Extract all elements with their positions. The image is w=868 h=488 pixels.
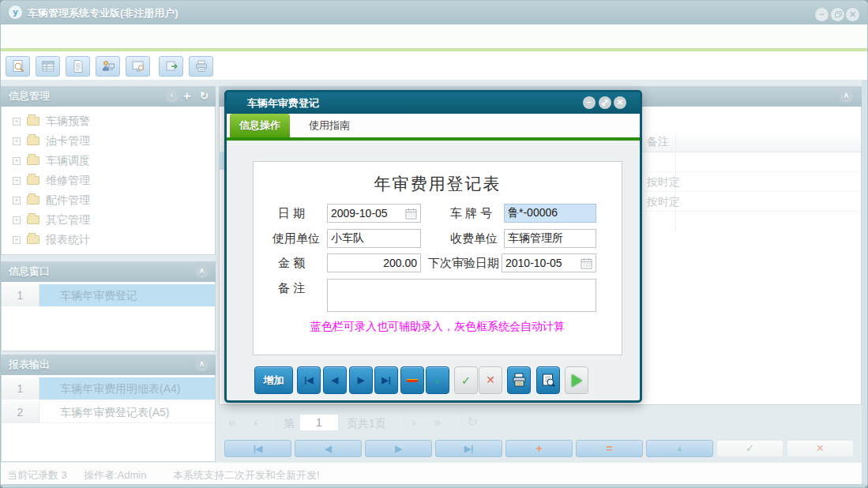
delete-record-button[interactable] xyxy=(400,366,424,394)
run-button[interactable] xyxy=(565,366,588,394)
confirm-button[interactable]: ✓ xyxy=(454,366,478,394)
search-view-button[interactable] xyxy=(6,56,30,77)
tree-label: 车辆预警 xyxy=(46,114,90,129)
document-icon xyxy=(71,59,85,73)
use-unit-input[interactable] xyxy=(327,229,421,248)
tree-item-parts[interactable]: +配件管理 xyxy=(2,190,215,210)
next-page-button[interactable]: › xyxy=(411,415,416,430)
prev-page-button[interactable]: ‹ xyxy=(254,415,258,430)
grid-add-button[interactable]: + xyxy=(505,440,573,457)
next-icon: ▶ xyxy=(358,367,364,393)
check-icon: ✓ xyxy=(746,442,754,454)
export-icon xyxy=(164,59,178,73)
check-icon: ✓ xyxy=(461,374,472,387)
grid-delete-button[interactable]: = xyxy=(576,440,643,457)
edit-record-button[interactable]: ▲ xyxy=(426,366,449,394)
export-button[interactable] xyxy=(159,56,183,77)
window-title: 车辆管理系统专业版(非注册用户) xyxy=(28,6,178,21)
prev-record-button[interactable]: ◀ xyxy=(323,366,347,394)
list-item[interactable]: 1 车辆年审费登记 xyxy=(2,284,215,306)
refresh-icon[interactable]: ↻ xyxy=(200,88,209,104)
amount-input[interactable] xyxy=(327,253,421,272)
grid-confirm-button[interactable]: ✓ xyxy=(716,440,783,457)
tree-item-vehicle-alert[interactable]: +车辆预警 xyxy=(2,111,215,131)
user-manager-button[interactable] xyxy=(96,56,120,77)
grid-prev-button[interactable]: ◀ xyxy=(295,440,362,457)
row-number: 1 xyxy=(2,377,39,400)
grid-first-button[interactable]: |◀ xyxy=(224,440,291,457)
plus-icon: + xyxy=(535,442,542,455)
restore-window-button[interactable] xyxy=(831,8,844,21)
grid-row[interactable]: 按时定 xyxy=(645,172,861,192)
expand-icon[interactable]: + xyxy=(13,177,21,185)
panel-header-info-window: 信息窗口 ∧ xyxy=(1,261,216,282)
grid-cancel-button[interactable]: ✕ xyxy=(787,440,854,457)
grid-row[interactable]: 按时定 xyxy=(645,192,861,212)
panel-title: 报表输出 xyxy=(9,358,50,370)
row-label: 车辆年审费登记 xyxy=(39,284,215,306)
collapse-left-icon[interactable]: ‹ xyxy=(165,89,178,103)
amount-label: 金 额 xyxy=(278,253,305,272)
first-page-button[interactable]: « xyxy=(228,415,235,430)
first-icon: |◀ xyxy=(254,441,263,456)
expand-icon[interactable]: + xyxy=(13,118,21,126)
plate-input[interactable] xyxy=(504,204,596,223)
last-record-button[interactable]: ▶| xyxy=(374,366,398,394)
restore-icon xyxy=(835,13,840,17)
calendar-icon[interactable] xyxy=(405,208,417,220)
page-number-input[interactable] xyxy=(299,414,339,431)
list-item[interactable]: 2 车辆年审费登记表(A5) xyxy=(2,401,215,423)
grid-next-button[interactable]: ▶ xyxy=(365,440,432,457)
grid-edit-button[interactable]: ▲ xyxy=(646,440,713,457)
expand-icon[interactable]: + xyxy=(13,216,21,224)
refresh-page-button[interactable]: ↻ xyxy=(467,414,478,430)
dialog-minimize-button[interactable]: − xyxy=(583,96,596,109)
collapse-up-icon[interactable]: ∧ xyxy=(195,358,209,371)
tree-item-dispatch[interactable]: +车辆调度 xyxy=(2,151,215,171)
tree-item-maintenance[interactable]: +维修管理 xyxy=(2,171,215,190)
dialog-maximize-button[interactable] xyxy=(599,96,611,109)
calendar-icon[interactable] xyxy=(581,257,592,269)
grid-row[interactable] xyxy=(645,152,861,172)
minus-icon: = xyxy=(606,442,612,455)
last-page-button[interactable]: » xyxy=(434,415,441,430)
tree-item-other[interactable]: +其它管理 xyxy=(2,210,215,230)
first-record-button[interactable]: |◀ xyxy=(297,366,321,394)
folder-icon xyxy=(27,196,39,205)
close-window-button[interactable]: ✕ xyxy=(846,8,859,21)
last-icon: ▶| xyxy=(381,367,391,393)
print-record-button[interactable] xyxy=(507,366,531,394)
expand-icon[interactable]: + xyxy=(13,197,21,205)
preview-record-button[interactable] xyxy=(536,366,560,394)
add-icon[interactable]: + xyxy=(183,88,190,104)
data-grid-button[interactable] xyxy=(36,56,60,77)
triangle-icon: ▲ xyxy=(676,445,683,452)
tree-item-reports[interactable]: +报表统计 xyxy=(2,230,215,250)
minimize-window-button[interactable]: − xyxy=(815,8,829,21)
cancel-button[interactable]: ✕ xyxy=(479,366,502,394)
expand-icon xyxy=(601,99,609,107)
collapse-up-icon[interactable]: ∧ xyxy=(840,89,853,103)
list-item[interactable]: 1 车辆年审费用明细表(A4) xyxy=(2,377,215,400)
folder-icon xyxy=(27,176,39,185)
dialog-tab-info-ops[interactable]: 信息操作 xyxy=(230,114,290,137)
expand-icon[interactable]: + xyxy=(13,236,21,244)
print-button[interactable] xyxy=(189,56,213,77)
remark-textarea[interactable] xyxy=(327,279,596,312)
info-mgmt-tree: +车辆预警 +油卡管理 +车辆调度 +维修管理 +配件管理 +其它管理 +报表统… xyxy=(1,107,216,255)
tree-item-fuel-card[interactable]: +油卡管理 xyxy=(2,131,215,151)
grid-last-button[interactable]: ▶| xyxy=(435,440,502,457)
expand-icon[interactable]: + xyxy=(13,137,21,145)
dialog-close-button[interactable]: ✕ xyxy=(614,96,626,109)
dialog-tab-guide[interactable]: 使用指南 xyxy=(299,114,359,137)
next-record-button[interactable]: ▶ xyxy=(349,366,373,394)
collapse-up-icon[interactable]: ∧ xyxy=(195,265,209,278)
document-button[interactable] xyxy=(66,56,90,77)
triangle-icon: ▲ xyxy=(434,375,442,385)
add-record-button[interactable]: 增加 xyxy=(254,366,293,394)
page-prefix-label: 第 xyxy=(284,417,295,431)
expand-icon[interactable]: + xyxy=(13,157,21,165)
plate-label: 车 牌 号 xyxy=(450,204,492,223)
window-preview-button[interactable] xyxy=(126,56,150,77)
charge-unit-input[interactable] xyxy=(504,229,596,248)
